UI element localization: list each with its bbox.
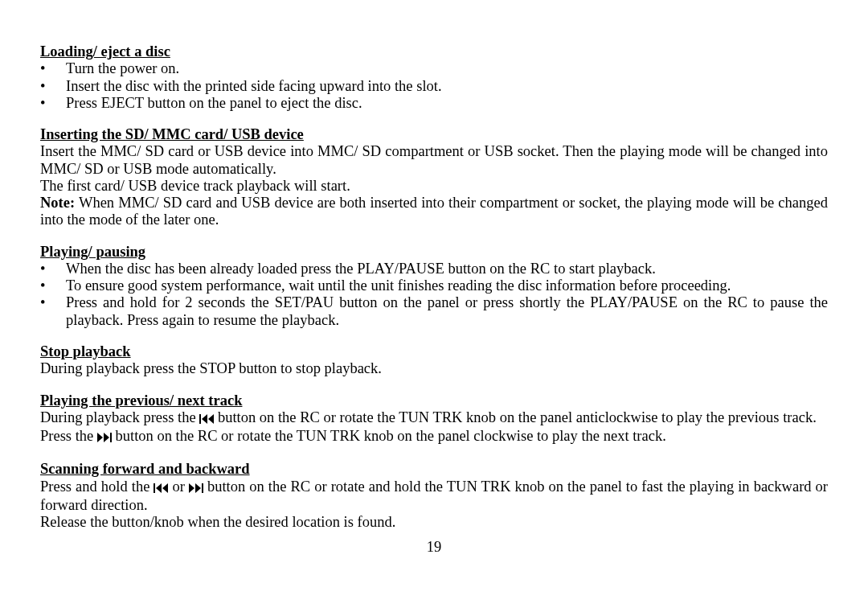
- section-inserting: Inserting the SD/ MMC card/ USB device I…: [40, 126, 828, 229]
- body-text: During playback press the STOP button to…: [40, 360, 828, 377]
- svg-marker-10: [195, 483, 201, 493]
- list-playing: When the disc has been already loaded pr…: [40, 261, 828, 329]
- text-fragment: During playback press the: [40, 409, 199, 425]
- text-fragment: button on the RC or rotate the TUN TRK k…: [112, 428, 666, 444]
- manual-page: Loading/ eject a disc Turn the power on.…: [0, 0, 868, 557]
- heading-scanning: Scanning forward and backward: [40, 461, 828, 478]
- svg-marker-9: [189, 483, 194, 493]
- section-playing: Playing/ pausing When the disc has been …: [40, 244, 828, 329]
- body-text: Release the button/knob when the desired…: [40, 514, 828, 531]
- svg-marker-7: [156, 483, 162, 493]
- next-track-icon: [189, 480, 203, 497]
- list-item: To ensure good system performance, wait …: [40, 277, 828, 294]
- note-text: Note: When MMC/ SD card and USB device a…: [40, 195, 828, 229]
- svg-marker-3: [97, 433, 103, 442]
- heading-loading: Loading/ eject a disc: [40, 43, 828, 60]
- list-item: Turn the power on.: [40, 60, 828, 77]
- next-track-icon: [97, 429, 112, 446]
- svg-marker-4: [104, 433, 109, 442]
- heading-playing: Playing/ pausing: [40, 244, 828, 261]
- svg-marker-1: [202, 414, 207, 424]
- body-text: Insert the MMC/ SD card or USB device in…: [40, 143, 828, 178]
- body-text: During playback press the button on the …: [40, 409, 828, 428]
- heading-prevnext: Playing the previous/ next track: [40, 392, 828, 409]
- body-text: The first card/ USB device track playbac…: [40, 178, 828, 195]
- note-body: When MMC/ SD card and USB device are bot…: [40, 195, 828, 228]
- prev-track-icon: [154, 480, 168, 497]
- text-fragment: Press the: [40, 428, 97, 444]
- note-label: Note:: [40, 195, 75, 211]
- section-loading: Loading/ eject a disc Turn the power on.…: [40, 43, 828, 112]
- section-scanning: Scanning forward and backward Press and …: [40, 461, 828, 531]
- body-text: Press and hold the or button on the RC o…: [40, 479, 828, 515]
- prev-track-icon: [199, 411, 214, 428]
- heading-stop: Stop playback: [40, 343, 828, 360]
- svg-rect-6: [154, 483, 155, 493]
- list-loading: Turn the power on. Insert the disc with …: [40, 60, 828, 112]
- list-item: Insert the disc with the printed side fa…: [40, 78, 828, 95]
- text-fragment: or: [168, 479, 189, 495]
- body-text: Press the button on the RC or rotate the…: [40, 428, 828, 446]
- section-stop: Stop playback During playback press the …: [40, 343, 828, 378]
- text-fragment: Press and hold the: [40, 479, 154, 495]
- section-prevnext: Playing the previous/ next track During …: [40, 392, 828, 447]
- list-item: Press EJECT button on the panel to eject…: [40, 95, 828, 112]
- list-item: When the disc has been already loaded pr…: [40, 261, 828, 277]
- text-fragment: button on the RC or rotate the TUN TRK k…: [214, 409, 816, 425]
- heading-inserting: Inserting the SD/ MMC card/ USB device: [40, 126, 828, 143]
- svg-rect-0: [199, 414, 201, 424]
- list-item: Press and hold for 2 seconds the SET/PAU…: [40, 294, 828, 329]
- page-number: 19: [40, 539, 828, 556]
